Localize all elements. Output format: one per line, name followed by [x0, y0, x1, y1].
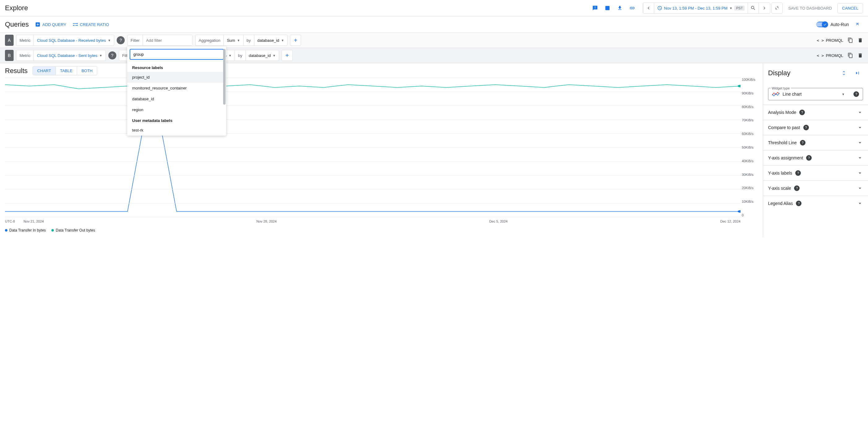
clock-icon: [657, 6, 662, 10]
view-chart[interactable]: CHART: [33, 66, 55, 75]
add-filter-button[interactable]: +: [290, 35, 301, 46]
link-icon[interactable]: [627, 2, 638, 13]
filter-dropdown[interactable]: Resource labelsproject_idmonitored_resou…: [127, 47, 226, 136]
y-tick-label: 30KiB/s: [742, 173, 758, 176]
query-badge: A: [5, 35, 13, 46]
cancel-button[interactable]: CANCEL: [837, 3, 863, 13]
help-icon[interactable]: ?: [803, 125, 809, 130]
panel-section-threshold-line[interactable]: Threshold Line?: [763, 135, 868, 150]
metric-segment[interactable]: Metric Cloud SQL Database - Sent bytes ▼: [16, 50, 106, 61]
legend-dot: [51, 229, 54, 232]
sync-off-icon[interactable]: [771, 2, 783, 13]
help-icon[interactable]: ?: [796, 201, 802, 206]
aggregation-label: Aggregation: [195, 35, 224, 46]
chevron-down-icon: [857, 170, 863, 176]
by-value[interactable]: database_id ▼: [246, 53, 279, 58]
time-range-text: Nov 13, 1:59 PM - Dec 13, 1:59 PM: [664, 6, 727, 10]
metric-value[interactable]: Cloud SQL Database - Sent bytes ▼: [34, 53, 105, 58]
time-prev-button[interactable]: [643, 3, 654, 13]
help-icon[interactable]: ?: [854, 91, 859, 97]
plus-box-icon: [35, 22, 40, 27]
expand-vertical-icon[interactable]: [838, 67, 849, 79]
widget-type-value: Line chart: [783, 92, 802, 97]
metric-value[interactable]: Cloud SQL Database - Received bytes ▼: [34, 38, 114, 43]
promql-button[interactable]: < > PROMQL: [817, 38, 843, 43]
add-query-button[interactable]: ADD QUERY: [35, 22, 66, 27]
create-ratio-button[interactable]: CREATE RATIO: [72, 22, 109, 27]
y-tick-label: 80KiB/s: [742, 105, 758, 109]
view-table[interactable]: TABLE: [55, 66, 77, 75]
caret-down-icon: ▼: [842, 93, 845, 96]
chevron-down-icon: [857, 200, 863, 206]
chevron-down-icon: [857, 124, 863, 131]
help-icon[interactable]: ?: [806, 155, 812, 161]
legend-item[interactable]: Data Transfer In bytes: [5, 228, 46, 233]
y-tick-label: 40KiB/s: [742, 159, 758, 163]
dropdown-item[interactable]: region: [127, 104, 226, 115]
section-label: Y-axis scale: [768, 186, 791, 191]
y-tick-label: 70KiB/s: [742, 118, 758, 122]
help-icon[interactable]: ?: [795, 170, 801, 176]
time-range-center[interactable]: Nov 13, 1:59 PM - Dec 13, 1:59 PM ▼ PST: [654, 6, 748, 10]
ratio-icon: [72, 22, 78, 27]
aggregation-value[interactable]: Sum ▼: [224, 38, 243, 43]
panel-section-analysis-mode[interactable]: Analysis Mode?: [763, 105, 868, 120]
display-title: Display: [768, 69, 790, 77]
filter-segment[interactable]: Filter: [127, 35, 193, 46]
dropdown-item[interactable]: test-rk: [127, 125, 226, 136]
collapse-right-icon[interactable]: [852, 67, 863, 79]
section-label: Analysis Mode: [768, 110, 796, 115]
widget-type-label: Widget type: [771, 86, 791, 90]
delete-icon[interactable]: [858, 53, 863, 58]
scrollbar[interactable]: [223, 49, 225, 105]
section-label: Threshold Line: [768, 140, 797, 145]
filter-input[interactable]: [143, 35, 192, 46]
aggregation-segment[interactable]: Aggregation Sum ▼ by database_id ▼: [195, 35, 287, 46]
chart[interactable]: 100KiB/s90KiB/s80KiB/s70KiB/s60KiB/s50Ki…: [5, 78, 758, 226]
view-both[interactable]: BOTH: [77, 66, 97, 75]
panel-section-y-axis-labels[interactable]: Y-axis labels?: [763, 165, 868, 180]
metric-label: Metric: [17, 35, 34, 46]
save-to-dashboard-button[interactable]: SAVE TO DASHBOARD: [784, 3, 836, 13]
chevron-down-icon: [857, 140, 863, 146]
dropdown-item[interactable]: database_id: [127, 93, 226, 104]
metric-segment[interactable]: Metric Cloud SQL Database - Received byt…: [16, 35, 114, 46]
promql-button[interactable]: < > PROMQL: [817, 53, 843, 58]
x-tick-label: Nov 28, 2024: [256, 219, 277, 223]
download-icon[interactable]: [614, 2, 625, 13]
y-tick-label: 90KiB/s: [742, 91, 758, 95]
copy-icon[interactable]: [847, 53, 853, 58]
time-range-picker[interactable]: Nov 13, 1:59 PM - Dec 13, 1:59 PM ▼ PST: [643, 2, 771, 13]
svg-point-1: [737, 210, 741, 213]
help-icon[interactable]: ?: [799, 110, 805, 115]
dropdown-item[interactable]: monitored_resource_container: [127, 83, 226, 93]
legend-item[interactable]: Data Transfer Out bytes: [51, 228, 95, 233]
by-label: by: [243, 35, 254, 46]
collapse-icon[interactable]: [852, 19, 863, 30]
by-value[interactable]: database_id ▼: [254, 38, 287, 43]
comment-icon[interactable]: [589, 2, 601, 13]
x-tick-label: Dec 5, 2024: [489, 219, 507, 223]
time-next-button[interactable]: [759, 3, 770, 13]
code-icon[interactable]: [602, 2, 613, 13]
panel-section-y-axis-assignment[interactable]: Y-axis assignment?: [763, 150, 868, 165]
results-title: Results: [5, 67, 28, 75]
help-icon[interactable]: ?: [794, 185, 800, 191]
page-title: Explore: [5, 4, 28, 12]
autorun-label: Auto-Run: [831, 22, 849, 27]
panel-section-y-axis-scale[interactable]: Y-axis scale?: [763, 180, 868, 196]
add-filter-button[interactable]: +: [282, 50, 293, 61]
chevron-down-icon: [857, 109, 863, 116]
autorun-toggle[interactable]: [816, 22, 828, 27]
panel-section-legend-alias[interactable]: Legend Alias?: [763, 196, 868, 211]
panel-section-compare-to-past[interactable]: Compare to past?: [763, 120, 868, 135]
filter-search-input[interactable]: [130, 49, 224, 60]
help-icon[interactable]: ?: [117, 36, 125, 44]
copy-icon[interactable]: [847, 37, 853, 43]
delete-icon[interactable]: [858, 37, 863, 43]
time-search-button[interactable]: [748, 3, 759, 13]
by-label: by: [235, 50, 246, 61]
dropdown-item[interactable]: project_id: [127, 72, 226, 83]
help-icon[interactable]: ?: [800, 140, 805, 146]
help-icon[interactable]: ?: [108, 51, 116, 59]
